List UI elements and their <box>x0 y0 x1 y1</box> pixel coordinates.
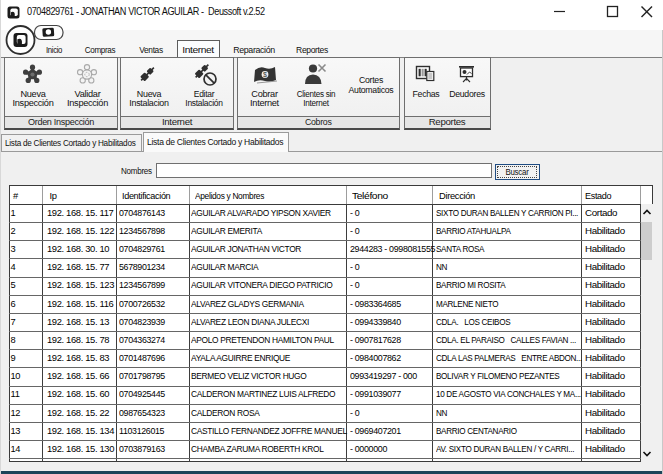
svg-text:$: $ <box>263 71 267 78</box>
